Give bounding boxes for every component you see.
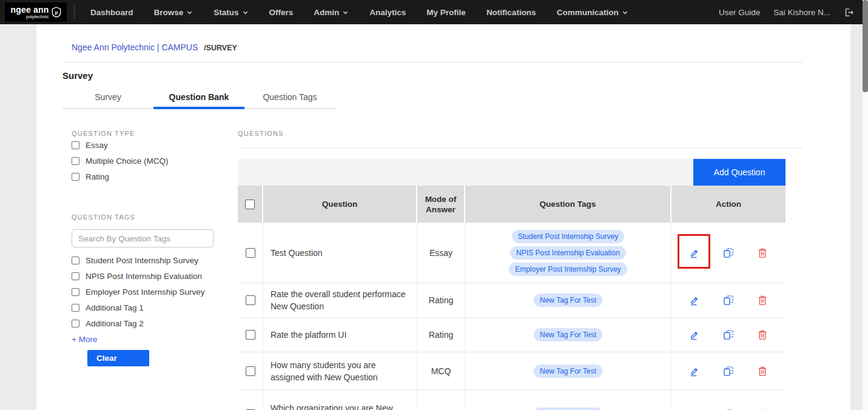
nav-communication[interactable]: Communication <box>557 8 628 17</box>
filter-tag-student-post[interactable]: Student Post Internship Survey <box>72 252 230 268</box>
nav-my-profile[interactable]: My Profile <box>426 8 466 17</box>
action-cell <box>671 223 786 283</box>
tag-pill: Employer Post Internship Survey <box>509 263 627 276</box>
filter-option-label: Essay <box>86 141 108 150</box>
checkbox[interactable] <box>72 288 79 296</box>
questions-toolbar: Add Question <box>238 159 786 186</box>
table-row: Test Question Essay Student Post Interns… <box>238 223 786 283</box>
add-question-button[interactable]: Add Question <box>693 159 786 186</box>
copy-icon[interactable] <box>722 247 735 259</box>
question-text: Which organization you are New Question <box>263 390 417 410</box>
logout-icon[interactable] <box>844 7 854 18</box>
row-checkbox[interactable] <box>246 366 255 376</box>
checkbox[interactable] <box>72 320 79 328</box>
questions-table: Question Mode of Answer Question Tags Ac… <box>238 186 786 410</box>
question-tags-cell: New Tag For Test <box>465 390 671 410</box>
tag-pill: Student Post Internship Survey <box>512 230 624 243</box>
filter-option-mcq[interactable]: Multiple Choice (MCQ) <box>72 153 230 169</box>
question-text: Rate the platform UI <box>263 318 417 352</box>
table-row: Rate the platform UI Rating New Tag For … <box>238 318 786 352</box>
nav-admin[interactable]: Admin <box>314 8 349 17</box>
filter-option-essay[interactable]: Essay <box>72 137 230 153</box>
chevron-down-icon <box>622 9 628 16</box>
questions-section: QUESTIONS Add Question Question Mode of … <box>238 130 803 137</box>
filter-tag-label: Additional Tag 2 <box>86 319 144 328</box>
nav-analytics[interactable]: Analytics <box>369 8 406 17</box>
delete-icon[interactable] <box>756 294 769 306</box>
nav-browse[interactable]: Browse <box>154 8 193 17</box>
more-tags-link[interactable]: + More <box>72 335 230 344</box>
filter-tag-additional-1[interactable]: Additional Tag 1 <box>72 300 230 315</box>
delete-icon[interactable] <box>756 408 769 410</box>
edit-icon[interactable] <box>688 408 701 410</box>
nav-notifications-label: Notifications <box>486 8 536 17</box>
filter-tag-label: Student Post Internship Survey <box>86 256 198 265</box>
table-header-mode: Mode of Answer <box>417 186 465 223</box>
nav-offers[interactable]: Offers <box>269 8 294 17</box>
content-card: Ngee Ann Polytechnic | CAMPUS /SURVEY Su… <box>36 24 850 410</box>
question-tags-filter: QUESTION TAGS Student Post Internship Su… <box>72 213 230 366</box>
question-tags-cell: New Tag For Test <box>465 318 671 352</box>
chevron-down-icon <box>342 9 349 16</box>
nav-status[interactable]: Status <box>214 8 248 17</box>
copy-icon[interactable] <box>722 294 735 306</box>
checkbox[interactable] <box>72 304 79 312</box>
username[interactable]: Sai Kishore N... <box>773 8 830 17</box>
tab-active-indicator <box>153 107 244 109</box>
checkbox[interactable] <box>72 272 79 280</box>
nav-dashboard[interactable]: Dashboard <box>90 8 133 17</box>
user-guide-link[interactable]: User Guide <box>719 8 760 17</box>
tag-pill: New Tag For Test <box>534 365 602 378</box>
filter-tag-npis-post[interactable]: NPIS Post Internship Evaluation <box>72 268 230 284</box>
nav-notifications[interactable]: Notifications <box>486 8 536 17</box>
tag-search-input[interactable] <box>72 229 214 247</box>
delete-icon[interactable] <box>756 247 769 259</box>
row-checkbox[interactable] <box>246 248 255 258</box>
delete-icon[interactable] <box>756 329 769 341</box>
table-row: Which organization you are New Question … <box>238 390 786 410</box>
clear-filters-button[interactable]: Clear <box>87 350 149 366</box>
checkbox[interactable] <box>72 141 79 149</box>
breadcrumb-root-link[interactable]: Ngee Ann Polytechnic | CAMPUS <box>72 42 198 52</box>
top-navbar: ngee ann polytechnic p Dashboard Browse … <box>0 0 863 24</box>
page-title: Survey <box>62 70 93 81</box>
edit-icon[interactable] <box>688 365 701 377</box>
breadcrumb: Ngee Ann Polytechnic | CAMPUS /SURVEY <box>72 42 237 52</box>
select-all-checkbox[interactable] <box>245 200 255 209</box>
tag-pill: NPIS Post Internship Evaluation <box>510 246 626 260</box>
copy-icon[interactable] <box>722 329 735 341</box>
filter-tag-additional-2[interactable]: Additional Tag 2 <box>72 315 230 331</box>
row-checkbox[interactable] <box>246 330 255 340</box>
svg-text:p: p <box>55 10 58 15</box>
row-checkbox[interactable] <box>246 295 255 305</box>
scrollbar[interactable] <box>863 0 868 410</box>
nav-communication-label: Communication <box>557 8 619 17</box>
checkbox[interactable] <box>72 173 79 181</box>
tag-pill: New Tag For Test <box>534 408 602 410</box>
checkbox[interactable] <box>72 257 79 264</box>
logo-line1: ngee ann <box>10 5 49 14</box>
edit-icon[interactable] <box>688 247 701 259</box>
edit-icon[interactable] <box>688 294 701 306</box>
page: ngee ann polytechnic p Dashboard Browse … <box>0 0 868 410</box>
edit-icon[interactable] <box>688 329 701 341</box>
table-row: How many students you are assigned with … <box>238 352 786 390</box>
question-tags-cell: New Tag For Test <box>465 352 671 389</box>
question-tags-cell: New Tag For Test <box>465 283 671 317</box>
question-text: Test Question <box>263 223 417 283</box>
copy-icon[interactable] <box>722 408 735 410</box>
scrollbar-thumb[interactable] <box>863 0 868 92</box>
action-cell <box>671 390 786 410</box>
delete-icon[interactable] <box>756 365 769 377</box>
mode-of-answer: Essay <box>417 223 465 283</box>
app-logo[interactable]: ngee ann polytechnic p <box>5 2 67 22</box>
filter-tag-employer-post[interactable]: Employer Post Internship Survey <box>72 284 230 300</box>
copy-icon[interactable] <box>722 365 735 377</box>
tag-pill: New Tag For Test <box>534 294 602 307</box>
checkbox[interactable] <box>72 157 79 165</box>
mode-of-answer: MCQ <box>417 352 465 389</box>
tab-survey[interactable]: Survey <box>62 87 153 110</box>
table-header-checkbox-cell <box>238 186 263 223</box>
tab-question-tags[interactable]: Question Tags <box>244 87 335 110</box>
filter-option-rating[interactable]: Rating <box>72 169 230 184</box>
